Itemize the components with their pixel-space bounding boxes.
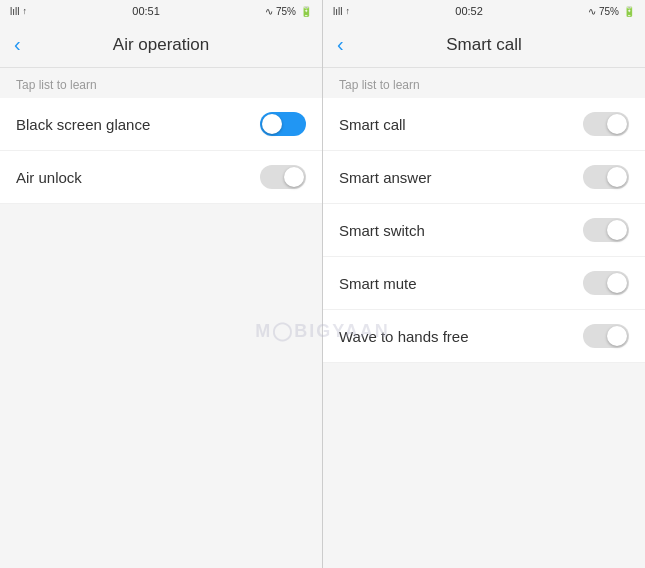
list-item: Smart call [323,98,645,151]
toggle-knob [284,167,304,187]
right-time: 00:52 [455,5,483,17]
right-tap-hint: Tap list to learn [323,68,645,98]
battery-icon: 🔋 [300,6,312,17]
wifi-icon: ∿ 75% [588,6,619,17]
left-back-button[interactable]: ‹ [14,33,21,56]
toggle-knob [262,114,282,134]
battery-icon: 🔋 [623,6,635,17]
left-screen: lıll ↑ 00:51 ∿ 75% 🔋 ‹ Air operation Tap… [0,0,323,568]
right-status-bar: lıll ↑ 00:52 ∿ 75% 🔋 [323,0,645,22]
toggle-knob [607,273,627,293]
item-label-black-screen: Black screen glance [16,116,150,133]
right-header: ‹ Smart call [323,22,645,68]
signal-icon: lıll [333,6,342,17]
item-label-smart-call: Smart call [339,116,406,133]
list-item: Smart answer [323,151,645,204]
list-item: Air unlock [0,151,322,204]
wave-hands-free-toggle[interactable] [583,324,629,348]
list-item: Wave to hands free [323,310,645,363]
smart-switch-toggle[interactable] [583,218,629,242]
signal-icon-2: ↑ [345,6,350,16]
right-back-button[interactable]: ‹ [337,33,344,56]
item-label-smart-switch: Smart switch [339,222,425,239]
right-title: Smart call [446,35,522,55]
toggle-knob [607,167,627,187]
smart-mute-toggle[interactable] [583,271,629,295]
signal-icon-2: ↑ [22,6,27,16]
list-item: Smart mute [323,257,645,310]
smart-answer-toggle[interactable] [583,165,629,189]
left-header: ‹ Air operation [0,22,322,68]
left-content-area [0,204,322,568]
wifi-icon: ∿ 75% [265,6,296,17]
air-unlock-toggle[interactable] [260,165,306,189]
left-status-bar: lıll ↑ 00:51 ∿ 75% 🔋 [0,0,322,22]
signal-icon: lıll [10,6,19,17]
item-label-smart-mute: Smart mute [339,275,417,292]
right-signal: lıll ↑ [333,6,350,17]
toggle-knob [607,326,627,346]
left-right-icons: ∿ 75% 🔋 [265,6,312,17]
left-tap-hint: Tap list to learn [0,68,322,98]
left-time: 00:51 [132,5,160,17]
smart-call-toggle[interactable] [583,112,629,136]
item-label-air-unlock: Air unlock [16,169,82,186]
right-right-icons: ∿ 75% 🔋 [588,6,635,17]
item-label-wave-hands-free: Wave to hands free [339,328,469,345]
right-content-area [323,363,645,568]
list-item: Black screen glance [0,98,322,151]
left-signal: lıll ↑ [10,6,27,17]
toggle-knob [607,220,627,240]
left-settings-list: Black screen glance Air unlock [0,98,322,204]
left-title: Air operation [113,35,209,55]
black-screen-toggle[interactable] [260,112,306,136]
item-label-smart-answer: Smart answer [339,169,432,186]
toggle-knob [607,114,627,134]
right-settings-list: Smart call Smart answer Smart switch Sma… [323,98,645,363]
right-screen: lıll ↑ 00:52 ∿ 75% 🔋 ‹ Smart call Tap li… [323,0,645,568]
list-item: Smart switch [323,204,645,257]
